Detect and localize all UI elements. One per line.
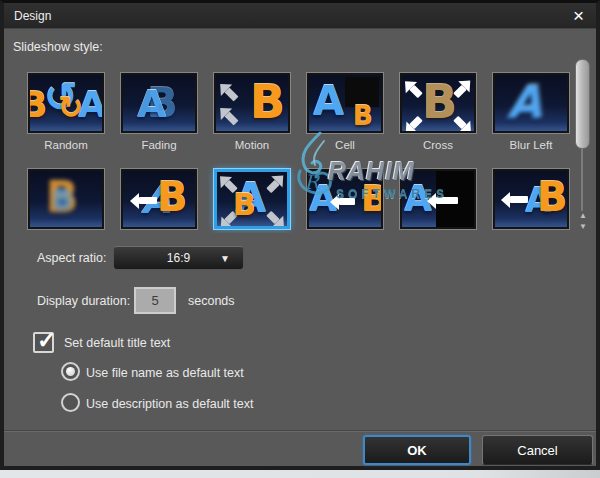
- aspect-ratio-label: Aspect ratio:: [37, 251, 106, 265]
- style-cell: BB: [28, 169, 104, 233]
- style-tile[interactable]: AB: [493, 169, 569, 229]
- arrow-icon: [266, 211, 279, 224]
- slideshow-style-list: B↺↻ARandomBAFadingBMotionABCellBCrossABl…: [24, 69, 572, 233]
- style-cell: BAFading: [121, 73, 197, 155]
- letter-glyph: A: [313, 81, 344, 121]
- dialog-body: Slideshow style: B↺↻ARandomBAFadingBMoti…: [4, 28, 596, 466]
- style-tile-random[interactable]: B↺↻A: [28, 73, 104, 133]
- style-cell: A: [400, 169, 476, 233]
- radio-use-description[interactable]: [61, 393, 80, 412]
- slideshow-style-label: Slideshow style:: [13, 40, 103, 54]
- style-tile-label: Fading: [141, 139, 176, 155]
- style-tile-label: Cell: [335, 139, 355, 155]
- seconds-label: seconds: [188, 294, 235, 308]
- scroll-down-icon[interactable]: ▼: [577, 223, 589, 231]
- letter-glyph: A: [137, 85, 166, 123]
- letter-glyph: B: [353, 103, 373, 129]
- dialog-title: Design: [14, 9, 51, 23]
- style-cell: ABlur Left: [493, 73, 569, 155]
- letter-glyph: B: [422, 79, 457, 125]
- letter-glyph: B: [537, 177, 568, 217]
- style-tile-motion[interactable]: B: [214, 73, 290, 133]
- scroll-up-icon[interactable]: ▲: [577, 212, 589, 220]
- style-row: B↺↻ARandomBAFadingBMotionABCellBCrossABl…: [28, 73, 569, 155]
- style-tile-fading[interactable]: BA: [121, 73, 197, 133]
- display-duration-label: Display duration:: [37, 294, 130, 308]
- arrow-icon: [224, 111, 238, 125]
- style-cell: B↺↻ARandom: [28, 73, 104, 155]
- arrow-icon: [224, 87, 238, 101]
- style-cell: BMotion: [214, 73, 290, 155]
- style-tile-label: Motion: [235, 139, 270, 155]
- design-dialog-screenshot: Design × Slideshow style: B↺↻ARandomBAFa…: [0, 0, 600, 478]
- style-tile-label: Cross: [423, 139, 453, 155]
- style-tile[interactable]: AB: [121, 169, 197, 229]
- style-tile-label: Blur Left: [510, 139, 553, 155]
- radio-use-file-name[interactable]: [61, 362, 80, 381]
- style-tile-label: Random: [44, 139, 87, 155]
- style-cell: AB: [214, 169, 290, 233]
- style-tile-cell[interactable]: AB: [307, 73, 383, 133]
- style-cell: AB: [493, 169, 569, 233]
- letter-glyph: B: [52, 187, 73, 215]
- titlebar: Design ×: [4, 3, 596, 28]
- style-tile[interactable]: AB: [214, 169, 290, 229]
- aspect-ratio-dropdown[interactable]: 16:9 ▼: [113, 246, 244, 270]
- cancel-button[interactable]: Cancel: [482, 435, 593, 465]
- ok-button[interactable]: OK: [363, 435, 471, 465]
- style-tile[interactable]: AB: [307, 169, 383, 229]
- letter-glyph: B: [361, 181, 383, 217]
- style-cell: AB: [121, 169, 197, 233]
- style-tile-cross[interactable]: B: [400, 73, 476, 133]
- arrow-icon: [409, 85, 422, 98]
- page-background-strip: [0, 470, 600, 478]
- letter-glyph: B: [233, 190, 256, 220]
- letter-glyph: B: [250, 79, 285, 125]
- arrow-icon: [409, 116, 422, 129]
- style-row: BBABABABAAB: [28, 169, 569, 233]
- letter-glyph: B: [157, 177, 188, 217]
- radio-use-file-name-label: Use file name as default text: [86, 366, 244, 380]
- duration-input[interactable]: 5: [134, 287, 176, 314]
- letter-glyph: A: [78, 87, 104, 123]
- radio-dot: [66, 367, 75, 376]
- style-cell: BCross: [400, 73, 476, 155]
- chevron-down-icon: ▼: [220, 253, 230, 264]
- style-tile[interactable]: A: [400, 169, 476, 229]
- arrow-icon: [266, 180, 279, 193]
- style-cell: ABCell: [307, 73, 383, 155]
- arrow-icon: [339, 198, 355, 205]
- scrollbar-thumb[interactable]: [575, 59, 590, 149]
- letter-glyph: A: [506, 81, 551, 125]
- style-cell: AB: [307, 169, 383, 233]
- design-dialog: Design × Slideshow style: B↺↻ARandomBAFa…: [0, 0, 600, 470]
- arrow-icon: [436, 197, 458, 204]
- style-tile[interactable]: BB: [28, 169, 104, 229]
- checkmark-icon: ✓: [37, 327, 56, 354]
- close-icon[interactable]: ×: [571, 6, 586, 25]
- default-title-checkbox-label: Set default title text: [64, 336, 170, 350]
- aspect-ratio-value: 16:9: [167, 251, 190, 265]
- footer-divider: [4, 430, 596, 431]
- styles-scrollbar[interactable]: ▲ ▼: [574, 59, 591, 237]
- arrow-icon: [139, 197, 157, 204]
- radio-use-description-label: Use description as default text: [86, 397, 253, 411]
- style-tile-blur-left[interactable]: A: [493, 73, 569, 133]
- default-title-checkbox[interactable]: ✓: [33, 332, 54, 353]
